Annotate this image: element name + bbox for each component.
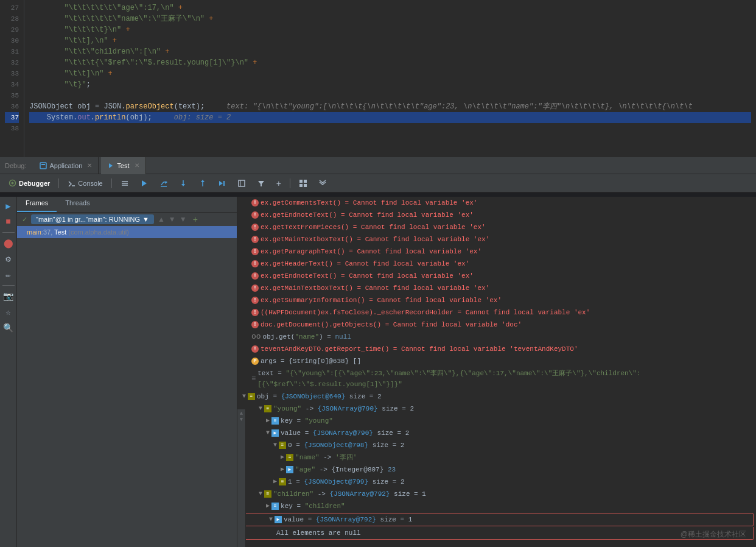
var-row-young[interactable]: ▼ ≡ "young" -> {JSONArray@790} size = 2 — [237, 403, 756, 415]
var-row-children-key[interactable]: ▶ ≡ key = "children" — [237, 500, 756, 512]
var-row-children-value[interactable]: ▼ ▶ value = {JSONArray@792} size = 1 — [240, 513, 754, 526]
toolbar-separator-2 — [111, 178, 112, 188]
var-text-12: obj.get("name") = null — [263, 331, 351, 342]
svg-rect-18 — [239, 180, 245, 186]
frame-item-main[interactable]: main:37, Test (com.alpha.data.util) — [17, 226, 237, 238]
scroll-up-arrow[interactable]: ▲ — [240, 411, 243, 417]
tab-application[interactable]: Application ✕ — [33, 157, 99, 174]
tab-test-label: Test — [117, 162, 129, 169]
step-into-icon — [179, 179, 187, 188]
var-row-age[interactable]: ▶ ▶ "age" -> {Integer@807} 23 — [237, 464, 756, 476]
settings-sidebar-icon[interactable]: ⚙ — [2, 252, 15, 266]
left-sidebar-icons: ▶ ■ ⬤ ⚙ ✏ 📷 ☆ 🔍 — [0, 197, 17, 547]
bookmarks-sidebar-icon[interactable]: ☆ — [2, 305, 15, 319]
children-key-arrow: ▶ — [266, 501, 270, 512]
var-obj-text: obj = {JSONObject@640} size = 2 — [257, 391, 382, 402]
run-cursor-icon — [218, 179, 226, 188]
thread-dropdown[interactable]: "main"@1 in gr..."main": RUNNING ▼ — [31, 214, 154, 224]
mute-breakpoints-icon[interactable]: ⬤ — [2, 236, 15, 250]
thread-add[interactable]: + — [193, 214, 198, 224]
oo-icon-12: oo — [251, 331, 261, 342]
play-sidebar-icon[interactable]: ▶ — [2, 199, 15, 213]
filter-btn[interactable] — [253, 178, 269, 189]
var-error-text-6: ex.getHeaderText() = Cannot find local v… — [261, 258, 469, 269]
young-value-icon: ▶ — [271, 429, 279, 437]
var-row-young-key[interactable]: ▶ ≡ key = "young" — [237, 415, 756, 427]
toolbar-separator-1 — [58, 178, 59, 188]
debugger-toolbar: Debugger Console — [0, 174, 756, 192]
threads-tab[interactable]: Threads — [57, 197, 98, 212]
var-row-young-value[interactable]: ▼ ▶ value = {JSONArray@790} size = 2 — [237, 427, 756, 439]
tab-test-close[interactable]: ✕ — [135, 162, 139, 169]
var-row-1: ! ex.getCommentsText() = Cannot find loc… — [237, 197, 756, 209]
frames-tab[interactable]: Frames — [17, 197, 57, 212]
var-row-10: ! ((HWPFDocument)ex.fsToClose)._escherRe… — [237, 306, 756, 319]
children-value-arrow: ▼ — [269, 514, 273, 525]
resume-icon — [140, 179, 149, 188]
step-into-btn[interactable] — [175, 178, 191, 189]
scroll-control: ▲ ▼ ∞ — [237, 409, 246, 547]
grid-view-btn[interactable] — [295, 178, 311, 189]
var-row-9: ! ex.getSummaryInformation() = Cannot fi… — [237, 294, 756, 306]
var-name-text: "name" -> '李四' — [295, 452, 357, 463]
resume-btn[interactable] — [136, 178, 152, 189]
var-row-13: ! teventAndKeyDTO.getReport_time() = Can… — [237, 343, 756, 355]
var-row-8: ! ex.getMainTextboxText() = Cannot find … — [237, 282, 756, 294]
var-row-children[interactable]: ▼ ≡ "children" -> {JSONArray@792} size =… — [237, 488, 756, 500]
var-young-text: "young" -> {JSONArray@790} size = 2 — [273, 403, 414, 414]
var-text-val: text = "{\"young\":[{\"age\":23,\"name\"… — [257, 368, 751, 390]
var-row-name[interactable]: ▶ ≡ "name" -> '李四' — [237, 451, 756, 464]
grid-icon — [299, 179, 307, 188]
children-key-icon: ≡ — [271, 503, 279, 510]
add-watch-btn[interactable]: + — [273, 177, 285, 189]
frames-threads-tabs: Frames Threads — [17, 197, 237, 213]
debug-main-body: Frames Threads ✓ "main"@1 in gr..."main"… — [17, 197, 756, 547]
step-out-btn[interactable] — [195, 178, 211, 189]
var-row-null-elements: All elements are null — [240, 527, 754, 540]
code-editor: 27 28 29 30 31 32 33 34 35 36 37 38 "\t\… — [0, 0, 756, 157]
frame-package: (com.alpha.data.util) — [68, 228, 129, 236]
expand-all-icon — [318, 179, 327, 188]
var-children-value-text: value = {JSONArray@792} size = 1 — [284, 514, 412, 525]
threads-icon-btn[interactable] — [117, 178, 133, 189]
thread-name: "main"@1 in gr..."main": RUNNING — [36, 216, 140, 223]
filter-icon — [257, 179, 265, 188]
var-row-4: ! ex.getMainTextboxText() = Cannot find … — [237, 233, 756, 245]
var-row-5: ! ex.getParagraphText() = Cannot find lo… — [237, 245, 756, 258]
step-over-icon — [159, 179, 168, 188]
edit-sidebar-icon[interactable]: ✏ — [2, 268, 15, 281]
var-row-0[interactable]: ▼ ≡ 0 = {JSONObject@798} size = 2 — [237, 439, 756, 451]
var-children-key-text: key = "children" — [281, 501, 345, 512]
children-value-icon: ▶ — [275, 516, 282, 523]
test-tab-icon — [107, 162, 114, 169]
svg-rect-0 — [40, 163, 46, 169]
thread-nav-down[interactable]: ▼ — [169, 215, 176, 224]
tab-test[interactable]: Test ✕ — [101, 157, 145, 174]
var-row-1-obj[interactable]: ▶ ≡ 1 = {JSONObject@799} size = 2 — [237, 476, 756, 488]
scroll-down-arrow[interactable]: ▼ — [240, 417, 243, 423]
thread-filter[interactable]: ▼ — [180, 215, 187, 224]
item0-arrow: ▼ — [273, 440, 277, 451]
debugger-btn[interactable]: Debugger — [5, 178, 54, 188]
watermark: @稀土掘金技术社区 — [681, 529, 746, 540]
camera-sidebar-icon[interactable]: 📷 — [2, 289, 15, 303]
error-icon-13: ! — [251, 345, 259, 353]
console-label: Console — [78, 180, 102, 187]
warn-icon-args: P — [251, 358, 259, 365]
tab-application-close[interactable]: ✕ — [87, 162, 92, 169]
stop-sidebar-icon[interactable]: ■ — [2, 215, 15, 228]
expand-all-btn[interactable] — [315, 178, 331, 189]
var-row-obj[interactable]: ▼ ≡ obj = {JSONObject@640} size = 2 — [237, 390, 756, 403]
console-btn[interactable]: Console — [64, 178, 106, 188]
null-elements-text: All elements are null — [276, 528, 361, 538]
var-row-2: ! ex.getEndnoteText() = Cannot find loca… — [237, 209, 756, 221]
app-tab-icon — [40, 162, 47, 169]
run-cursor-btn[interactable] — [214, 178, 230, 189]
step-over-btn[interactable] — [156, 178, 172, 189]
svg-rect-24 — [304, 184, 307, 187]
var-error-text-9: ex.getSummaryInformation() = Cannot find… — [261, 295, 502, 306]
analyze-sidebar-icon[interactable]: 🔍 — [2, 321, 15, 334]
frames-btn[interactable] — [234, 178, 250, 189]
debugger-icon — [9, 179, 16, 187]
thread-nav-up[interactable]: ▲ — [158, 215, 165, 224]
